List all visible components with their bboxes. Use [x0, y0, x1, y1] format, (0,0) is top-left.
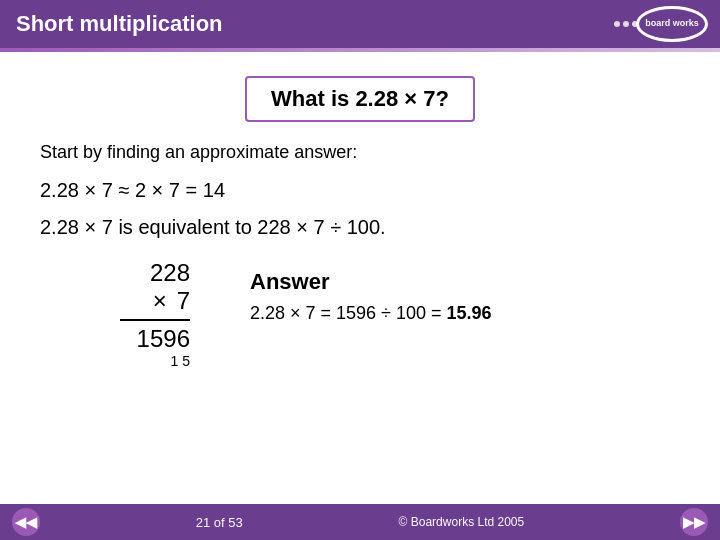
answer-section: Answer 2.28 × 7 = 1596 ÷ 100 = 15.96	[250, 259, 492, 324]
mult-multiplier: 7	[177, 287, 190, 315]
answer-label: Answer	[250, 269, 492, 295]
intro-text: Start by finding an approximate answer:	[40, 142, 680, 163]
next-button[interactable]: ▶▶	[680, 508, 708, 536]
answer-detail-text: 2.28 × 7 = 1596 ÷ 100 =	[250, 303, 442, 323]
page-info: 21 of 53	[196, 515, 243, 530]
mult-carry: 1 5	[120, 353, 190, 369]
next-icon: ▶▶	[683, 514, 705, 530]
answer-detail: 2.28 × 7 = 1596 ÷ 100 = 15.96	[250, 303, 492, 324]
page-title: Short multiplication	[16, 11, 223, 37]
approx-line: 2.28 × 7 ≈ 2 × 7 = 14	[40, 179, 680, 202]
multiplication-area: 228 × 7 1596 1 5 Answer 2.28 × 7 = 1596 …	[40, 259, 680, 369]
top-bar: Short multiplication board works	[0, 0, 720, 48]
logo: board works	[636, 6, 708, 42]
question-text: What is 2.28 × 7?	[271, 86, 449, 111]
long-multiplication: 228 × 7 1596 1 5	[120, 259, 190, 369]
mult-divider-line	[120, 319, 190, 321]
prev-button[interactable]: ◀◀	[12, 508, 40, 536]
mult-operator: ×	[153, 287, 167, 315]
equiv-line: 2.28 × 7 is equivalent to 228 × 7 ÷ 100.	[40, 216, 680, 239]
copyright: © Boardworks Ltd 2005	[399, 515, 525, 529]
prev-icon: ◀◀	[15, 514, 37, 530]
main-content: What is 2.28 × 7? Start by finding an ap…	[0, 52, 720, 389]
mult-operator-row: × 7	[153, 287, 190, 315]
mult-result: 1596	[137, 325, 190, 353]
logo-text: board works	[645, 18, 699, 30]
question-box: What is 2.28 × 7?	[245, 76, 475, 122]
mult-top: 228	[150, 259, 190, 287]
bottom-bar: ◀◀ 21 of 53 © Boardworks Ltd 2005 ▶▶	[0, 504, 720, 540]
answer-value: 15.96	[447, 303, 492, 323]
